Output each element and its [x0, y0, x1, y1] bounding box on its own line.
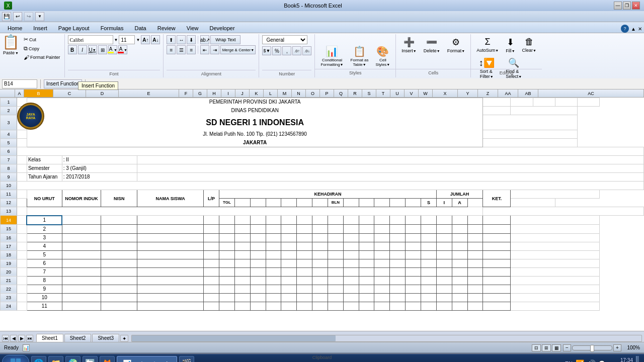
cell-m12[interactable]: [312, 199, 328, 207]
cell-rest2[interactable]: [511, 107, 577, 115]
increase-font-size-button[interactable]: A↑: [141, 35, 150, 44]
cell-c9[interactable]: : 2017/2018: [62, 173, 137, 182]
minimize-button[interactable]: —: [614, 2, 622, 10]
cell-c7[interactable]: : II: [62, 156, 137, 164]
cell-q14[interactable]: [374, 216, 390, 225]
tab-data[interactable]: Data: [129, 23, 151, 33]
restore-button[interactable]: ❐: [623, 2, 631, 10]
percent-button[interactable]: %: [272, 46, 281, 55]
horizontal-scrollbar[interactable]: [131, 335, 642, 342]
tab-page-layout[interactable]: Page Layout: [53, 23, 95, 33]
cell-w12-a[interactable]: A: [452, 199, 467, 207]
cell-k14[interactable]: [281, 216, 297, 225]
cell-s14[interactable]: [406, 216, 421, 225]
tab-formulas[interactable]: Formulas: [95, 23, 129, 33]
cell-h14[interactable]: [234, 216, 250, 225]
sheet-tab-sheet1[interactable]: Sheet1: [36, 334, 63, 342]
cell-c14[interactable]: [62, 216, 101, 225]
undo-icon[interactable]: ↩: [13, 12, 22, 21]
cell-w14[interactable]: [467, 216, 483, 225]
cell-d11-nisn[interactable]: NISN: [101, 190, 137, 207]
col-header-x[interactable]: X: [433, 89, 458, 97]
col-header-b[interactable]: B: [24, 89, 53, 97]
font-name-dropdown[interactable]: ▼: [114, 38, 118, 42]
cell-n12-bln[interactable]: BLN: [328, 199, 343, 207]
format-painter-button[interactable]: 🖌 Format Painter: [22, 53, 62, 61]
align-middle-button[interactable]: ↔: [177, 35, 186, 44]
align-bottom-button[interactable]: ⬇: [187, 35, 196, 44]
col-header-l[interactable]: L: [264, 89, 278, 97]
decrease-font-size-button[interactable]: A↓: [151, 35, 160, 44]
increase-decimal-button[interactable]: .0↑: [292, 46, 301, 55]
cell-u12-s[interactable]: S: [421, 199, 437, 207]
col-header-q[interactable]: Q: [334, 89, 348, 97]
col-header-h[interactable]: H: [207, 89, 221, 97]
cell-rest4[interactable]: [483, 130, 577, 139]
cell-o12[interactable]: [343, 199, 359, 207]
format-as-table-button[interactable]: 📋 Format asTable▼: [348, 44, 371, 68]
cell-o14[interactable]: [343, 216, 359, 225]
cell-q12[interactable]: [374, 199, 390, 207]
cell-a5[interactable]: [17, 139, 27, 147]
cell-n14[interactable]: [328, 216, 343, 225]
italic-button[interactable]: I: [78, 45, 87, 54]
sheet-nav-next[interactable]: ▶: [18, 335, 25, 342]
borders-button[interactable]: ⊞: [98, 45, 107, 54]
col-header-k[interactable]: K: [250, 89, 264, 97]
indent-decrease-button[interactable]: ⇤: [200, 45, 209, 54]
underline-button[interactable]: U▼: [88, 45, 97, 54]
cell-a4[interactable]: [17, 130, 27, 139]
cell-j12[interactable]: [266, 199, 281, 207]
col-header-aa[interactable]: AA: [498, 89, 518, 97]
cell-row6[interactable]: [17, 147, 644, 156]
cell-l12[interactable]: [297, 199, 312, 207]
sheet-tab-sheet2[interactable]: Sheet2: [64, 334, 92, 342]
view-normal-button[interactable]: ⊟: [532, 344, 541, 351]
font-size-dropdown[interactable]: ▼: [136, 38, 140, 42]
align-left-button[interactable]: ≡: [167, 45, 176, 54]
align-top-button[interactable]: ⬆: [167, 35, 176, 44]
cell-b8[interactable]: Semester: [27, 164, 62, 173]
col-header-j[interactable]: J: [235, 89, 250, 97]
insert-sheet-button[interactable]: ✦: [120, 335, 128, 342]
col-header-w[interactable]: W: [419, 89, 433, 97]
cell-aa1[interactable]: [533, 98, 555, 107]
cell-i12[interactable]: [250, 199, 266, 207]
cell-g12-tgl[interactable]: TGL: [219, 199, 235, 207]
cell-b4[interactable]: Jl. Melati Putih No. 100 Tlp. (021) 1234…: [27, 130, 483, 139]
insert-cells-button[interactable]: ➕ Insert▼: [399, 35, 419, 55]
cell-m14[interactable]: [312, 216, 328, 225]
orientation-button[interactable]: ab↗: [200, 35, 209, 44]
conditional-formatting-button[interactable]: 📊 ConditionalFormatting▼: [318, 44, 346, 68]
col-header-z[interactable]: Z: [478, 89, 498, 97]
indent-increase-button[interactable]: ⇥: [210, 45, 219, 54]
col-header-ac[interactable]: AC: [538, 89, 644, 97]
merge-center-button[interactable]: Merge & Center ▼: [220, 45, 256, 54]
cell-p14[interactable]: [359, 216, 374, 225]
cell-v12-i[interactable]: I: [436, 199, 452, 207]
customize-qat-icon[interactable]: ▼: [35, 12, 44, 21]
col-header-g[interactable]: G: [193, 89, 207, 97]
close-button[interactable]: ✕: [632, 2, 640, 10]
fill-button[interactable]: ⬇ Fill▼: [503, 35, 517, 55]
insert-function-button[interactable]: Insert Function: [44, 79, 82, 88]
ribbon-close-icon[interactable]: ✕: [638, 26, 642, 32]
copy-button[interactable]: ⧉ Copy: [22, 44, 41, 53]
cell-f11-lp[interactable]: L/P: [204, 190, 219, 207]
col-header-i[interactable]: I: [221, 89, 235, 97]
cell-r14[interactable]: [390, 216, 406, 225]
cell-y2[interactable]: [483, 107, 511, 115]
sheet-nav-prev[interactable]: ◀: [10, 335, 17, 342]
font-size-input[interactable]: [119, 35, 135, 44]
cell-c8[interactable]: : 3 (Ganjil): [62, 164, 137, 173]
cell-b5[interactable]: JAKARTA: [27, 139, 483, 147]
cell-rest1[interactable]: [577, 98, 599, 107]
format-cells-button[interactable]: ⚙ Format▼: [445, 35, 467, 55]
align-right-button[interactable]: ≡: [187, 45, 196, 54]
cell-e11-nama[interactable]: NAMA SISWA: [137, 190, 203, 207]
sheet-nav-first[interactable]: ⏮: [2, 335, 9, 342]
cell-row10[interactable]: [17, 182, 644, 190]
col-header-s[interactable]: S: [362, 89, 376, 97]
col-header-e[interactable]: E: [119, 89, 179, 97]
number-format-dropdown[interactable]: General Number Currency Date Text: [262, 35, 307, 44]
